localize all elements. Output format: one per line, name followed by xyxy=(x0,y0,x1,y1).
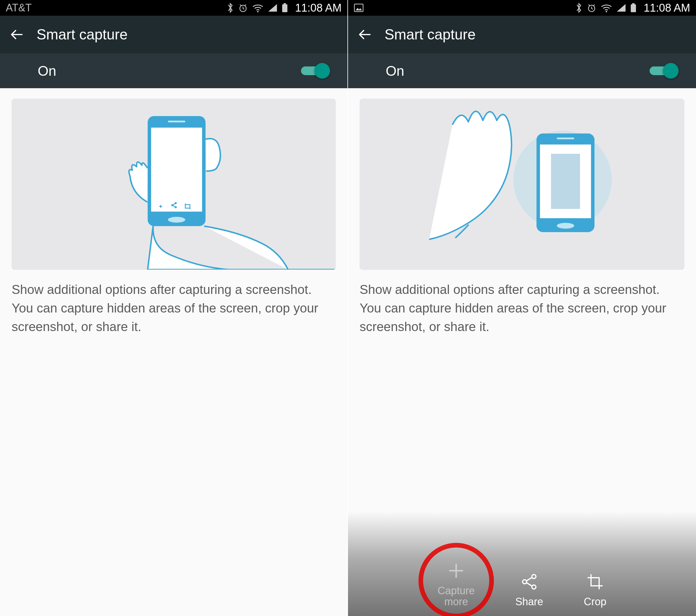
signal-icon xyxy=(268,3,278,12)
toggle-switch[interactable] xyxy=(301,63,330,79)
toggle-label: On xyxy=(38,63,56,79)
back-button[interactable] xyxy=(9,26,25,43)
hand-holding-phone-illustration xyxy=(12,99,336,270)
carrier-label: AT&T xyxy=(6,2,32,14)
phone-left: AT&T 11:08 AM Smart capture On xyxy=(0,0,348,616)
svg-rect-6 xyxy=(168,121,185,122)
palm-swipe-phone-illustration xyxy=(360,99,684,270)
svg-rect-19 xyxy=(551,154,580,209)
svg-rect-3 xyxy=(284,3,286,4)
alarm-icon xyxy=(238,3,248,13)
crop-icon xyxy=(585,571,605,592)
capture-more-button[interactable]: Capturemore xyxy=(438,560,475,607)
status-time: 11:08 AM xyxy=(644,2,690,14)
battery-icon xyxy=(282,3,288,13)
svg-point-24 xyxy=(532,585,536,589)
arrow-left-icon xyxy=(9,27,25,42)
share-icon xyxy=(519,571,540,592)
screenshot-toolbar: Capturemore Share Crop xyxy=(348,511,696,616)
svg-rect-11 xyxy=(354,4,363,12)
svg-point-1 xyxy=(257,11,259,13)
wifi-icon xyxy=(252,3,264,13)
alarm-icon xyxy=(587,3,597,13)
share-label: Share xyxy=(515,596,543,607)
content-area: Show additional options after capturing … xyxy=(0,88,347,616)
feature-description: Show additional options after capturing … xyxy=(12,280,336,336)
image-notification-icon xyxy=(354,3,364,12)
page-title: Smart capture xyxy=(36,26,128,43)
switch-thumb xyxy=(314,63,330,79)
svg-point-22 xyxy=(523,580,527,584)
bluetooth-icon xyxy=(226,2,234,13)
page-title: Smart capture xyxy=(384,26,476,43)
illustration-card xyxy=(12,99,336,270)
app-bar: Smart capture xyxy=(0,16,347,53)
back-button[interactable] xyxy=(357,26,373,43)
signal-icon xyxy=(616,3,626,12)
svg-rect-14 xyxy=(631,4,636,12)
svg-point-23 xyxy=(532,574,536,579)
svg-rect-20 xyxy=(557,138,574,139)
feature-description: Show additional options after capturing … xyxy=(360,280,684,336)
svg-rect-5 xyxy=(151,128,202,212)
battery-icon xyxy=(630,3,636,13)
phone-right: 11:08 AM Smart capture On xyxy=(348,0,696,616)
switch-thumb xyxy=(663,63,679,79)
capture-more-label: Capturemore xyxy=(438,585,475,607)
crop-label: Crop xyxy=(584,596,606,607)
svg-point-13 xyxy=(606,11,607,13)
bluetooth-icon xyxy=(575,2,583,13)
illustration-card xyxy=(360,99,684,270)
status-time: 11:08 AM xyxy=(295,2,342,14)
toggle-switch[interactable] xyxy=(650,63,679,79)
svg-point-21 xyxy=(557,223,574,229)
master-toggle-row[interactable]: On xyxy=(348,53,696,88)
status-bar: AT&T 11:08 AM xyxy=(0,0,347,16)
svg-rect-15 xyxy=(632,3,634,4)
plus-icon xyxy=(446,560,466,581)
app-bar: Smart capture xyxy=(348,16,696,53)
content-area: Show additional options after capturing … xyxy=(348,88,696,616)
status-bar: 11:08 AM xyxy=(348,0,696,16)
toggle-label: On xyxy=(386,63,404,79)
svg-rect-2 xyxy=(282,4,287,12)
master-toggle-row[interactable]: On xyxy=(0,53,347,88)
wifi-icon xyxy=(601,3,612,13)
crop-button[interactable]: Crop xyxy=(584,571,606,607)
svg-point-7 xyxy=(168,217,185,222)
arrow-left-icon xyxy=(357,27,373,42)
share-button[interactable]: Share xyxy=(515,571,543,607)
